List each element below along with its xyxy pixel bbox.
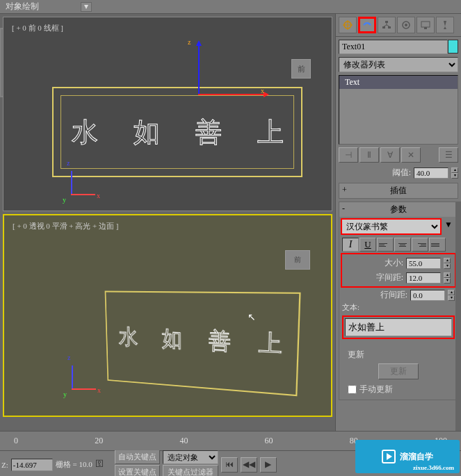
watermark-url: zixue.3d66.com	[413, 464, 454, 471]
axis-indicator: z x y	[63, 162, 97, 204]
key-icon[interactable]: ⚿	[95, 459, 112, 471]
mode-label: 对象绘制	[6, 1, 39, 13]
transform-gizmo[interactable]: z x	[191, 76, 275, 160]
size-input[interactable]	[406, 258, 441, 269]
leading-input[interactable]	[410, 290, 445, 301]
object-name-input[interactable]	[339, 40, 448, 54]
modifier-stack[interactable]: Text	[339, 75, 458, 145]
watermark-play-icon	[382, 450, 396, 463]
modifier-stack-item[interactable]: Text	[339, 76, 458, 89]
motion-tab-icon[interactable]	[397, 17, 415, 33]
front-viewport-label: [ + 0 前 0 线框 ]	[12, 23, 63, 33]
font-dropdown[interactable]: 汉仪篆书繁	[341, 218, 442, 235]
perspective-viewport[interactable]: [ + 0 透视 0 平滑 + 高光 + 边面 ] 前 ↖ 水 如 善 上 z …	[3, 214, 332, 417]
viewcube-persp-icon[interactable]: 前	[285, 250, 310, 270]
spinner-up-icon[interactable]: ▴	[448, 290, 455, 295]
make-unique-icon[interactable]: ∀	[380, 147, 400, 163]
size-label: 大小:	[385, 257, 403, 269]
watermark: 溜溜自学 zixue.3d66.com	[355, 440, 460, 473]
svg-point-10	[405, 24, 407, 26]
object-color-swatch[interactable]	[448, 40, 458, 54]
threshold-label: 阈值:	[392, 167, 411, 179]
grid-status: 栅格 = 10.0	[56, 459, 92, 470]
spinner-down-icon[interactable]: ▾	[444, 263, 451, 269]
spinner-up-icon[interactable]: ▴	[451, 167, 458, 173]
svg-rect-11	[421, 22, 430, 27]
text-char: 善	[209, 326, 231, 358]
align-left-icon[interactable]	[377, 238, 394, 252]
spinner-down-icon[interactable]: ▾	[451, 173, 458, 179]
viewcube-front-icon[interactable]: 前	[291, 59, 311, 79]
remove-modifier-icon[interactable]: ✕	[401, 147, 421, 163]
autokey-button[interactable]: 自动关键点	[115, 450, 160, 464]
create-tab-icon[interactable]	[339, 17, 357, 33]
tick-label: 20	[95, 436, 103, 446]
update-label: 更新	[342, 350, 364, 359]
text-char: 水	[118, 322, 138, 352]
update-button[interactable]: 更新	[378, 363, 419, 379]
svg-rect-12	[424, 27, 427, 29]
z-coord-label: Z:	[1, 461, 8, 469]
leading-label: 行间距:	[380, 289, 407, 301]
underline-icon[interactable]: U	[359, 238, 376, 252]
spinner-down-icon[interactable]: ▾	[444, 278, 451, 284]
spinner-down-icon[interactable]: ▾	[448, 295, 455, 301]
svg-rect-4	[382, 26, 385, 28]
axis-indicator: z x y	[63, 356, 98, 398]
tick-label: 60	[265, 436, 273, 446]
panel-scrollbar[interactable]	[455, 202, 461, 438]
front-viewport[interactable]: [ + 0 前 0 线框 ] 前 水 如 善 上 z x z x y	[3, 17, 332, 211]
setkey-button[interactable]: 设置关键点	[115, 465, 160, 476]
mode-dropdown[interactable]: ▾	[81, 2, 92, 12]
keymode-dropdown[interactable]: 选定对象	[163, 450, 218, 464]
z-coord-input[interactable]	[11, 459, 53, 471]
command-panel: 修改器列表 Text ⊣ Ⅱ ∀ ✕ ☰ 阈值: ▴▾ +插值 -参数	[335, 14, 461, 431]
interpolation-rollout[interactable]: +插值	[339, 183, 458, 198]
hierarchy-tab-icon[interactable]	[378, 17, 396, 33]
align-justify-icon[interactable]	[429, 238, 446, 252]
pin-stack-icon[interactable]: ⊣	[339, 147, 358, 163]
goto-start-icon[interactable]: ⏮	[221, 457, 238, 473]
manual-update-checkbox[interactable]: 手动更新	[342, 382, 455, 397]
svg-line-7	[384, 25, 387, 26]
italic-icon[interactable]: I	[342, 238, 359, 252]
spinner-up-icon[interactable]: ▴	[444, 272, 451, 278]
modifier-list-dropdown[interactable]: 修改器列表	[339, 57, 458, 72]
prev-frame-icon[interactable]: ◀◀	[241, 457, 257, 473]
tick-label: 40	[179, 436, 188, 446]
play-icon[interactable]: ▶	[260, 457, 277, 473]
modify-tab-icon[interactable]	[358, 17, 376, 33]
tick-label: 0	[14, 436, 18, 446]
align-right-icon[interactable]	[412, 238, 428, 252]
perspective-text-object[interactable]: 水 如 善 上	[105, 291, 301, 397]
align-center-icon[interactable]	[394, 238, 411, 252]
svg-rect-3	[385, 21, 388, 23]
utilities-tab-icon[interactable]	[436, 17, 454, 33]
parameters-rollout[interactable]: -参数	[339, 202, 458, 217]
text-section-label: 文本:	[339, 303, 362, 311]
display-tab-icon[interactable]	[416, 17, 435, 33]
configure-sets-icon[interactable]: ☰	[439, 147, 458, 163]
persp-viewport-label: [ + 0 透视 0 平滑 + 高光 + 边面 ]	[13, 221, 118, 231]
threshold-input[interactable]	[414, 167, 448, 179]
watermark-title: 溜溜自学	[400, 451, 433, 463]
keyfilter-button[interactable]: 关键点过滤器	[163, 465, 218, 477]
text-char: 如	[162, 324, 183, 354]
text-char: 上	[259, 327, 283, 361]
viewport-area: [ + 0 前 0 线框 ] 前 水 如 善 上 z x z x y	[0, 14, 335, 431]
svg-rect-5	[388, 26, 391, 28]
spinner-up-icon[interactable]: ▴	[444, 258, 451, 263]
text-content-input[interactable]	[345, 318, 452, 336]
show-end-result-icon[interactable]: Ⅱ	[359, 147, 379, 163]
kerning-label: 字间距:	[376, 272, 403, 284]
svg-line-8	[387, 25, 389, 26]
kerning-input[interactable]	[406, 272, 441, 284]
